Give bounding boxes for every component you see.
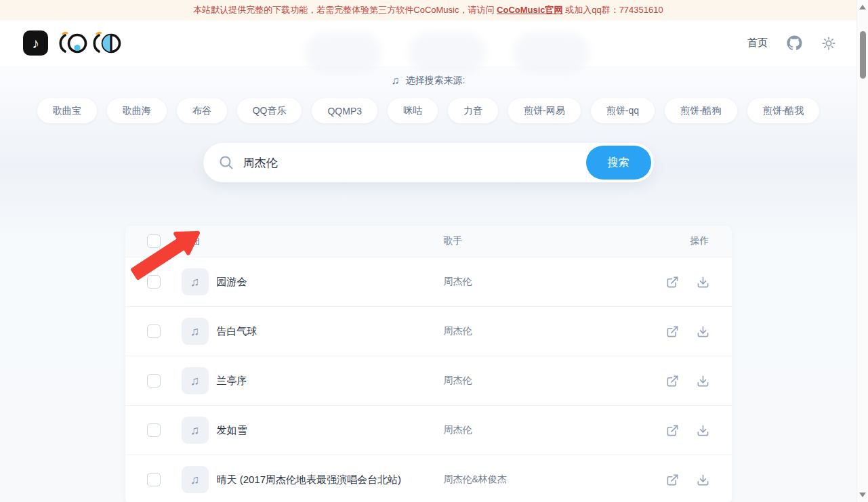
search-input[interactable]	[243, 156, 586, 169]
source-pill-jianbing-wangyi[interactable]: 煎饼-网易	[508, 98, 581, 123]
table-row: ♫ 园游会 周杰伦	[125, 257, 732, 306]
external-link-icon[interactable]	[666, 276, 679, 289]
song-artist: 周杰伦	[444, 375, 647, 387]
column-header-artist: 歌手	[444, 235, 647, 247]
logo-music-note-icon[interactable]: ♪	[23, 30, 48, 56]
download-icon[interactable]	[697, 424, 709, 437]
download-icon[interactable]	[697, 375, 709, 388]
logo-note-glyph: ♪	[32, 35, 39, 51]
column-header-actions: 操作	[647, 235, 709, 247]
table-row: ♫ 发如雪 周杰伦	[125, 405, 732, 455]
table-header-row: 歌曲 歌手 操作	[125, 226, 732, 257]
source-pills: 歌曲宝 歌曲海 布谷 QQ音乐 QQMP3 咪咕 力音 煎饼-网易 煎饼-qq …	[0, 98, 856, 123]
song-artist: 周杰伦	[444, 325, 647, 337]
source-label: 选择搜索来源:	[406, 75, 466, 87]
scrollbar-up-arrow-icon[interactable]	[859, 5, 866, 9]
external-link-icon[interactable]	[666, 375, 679, 388]
cocomusic-site-link[interactable]: CoCoMusic官网	[497, 4, 563, 16]
results-table: 歌曲 歌手 操作 ♫ 园游会 周杰伦 ♫ 告	[125, 226, 732, 502]
theme-sun-icon[interactable]	[821, 36, 836, 51]
viewport: 本站默认提供完整的下载功能，若需完整体验第三方软件CoCoMusic，请访问 C…	[0, 0, 856, 502]
table-row: ♫ 晴天 (2017周杰伦地表最强演唱会台北站) 周杰伦&林俊杰	[125, 455, 732, 502]
song-title: 兰亭序	[217, 375, 444, 388]
song-artist: 周杰伦	[444, 276, 647, 288]
source-pill-jianbing-qq[interactable]: 煎饼-qq	[591, 98, 655, 123]
app-window: 本站默认提供完整的下载功能，若需完整体验第三方软件CoCoMusic，请访问 C…	[0, 0, 868, 502]
source-pill-jianbing-kugou[interactable]: 煎饼-酷狗	[665, 98, 737, 123]
row-actions	[647, 424, 709, 437]
source-pill-jianbing-kuwo[interactable]: 煎饼-酷我	[747, 98, 820, 123]
select-all-checkbox[interactable]	[147, 234, 161, 248]
row-actions	[647, 375, 709, 388]
github-icon[interactable]	[787, 35, 802, 51]
song-note-icon: ♫	[182, 367, 209, 394]
row-checkbox[interactable]	[147, 374, 161, 388]
search-button[interactable]: 搜索	[586, 146, 651, 180]
row-actions	[647, 325, 709, 338]
row-checkbox[interactable]	[147, 325, 161, 338]
song-title: 告白气球	[217, 325, 444, 338]
song-artist: 周杰伦&林俊杰	[444, 474, 647, 486]
song-note-icon: ♫	[182, 268, 209, 295]
music-note-icon: ♫	[392, 75, 400, 87]
header: ♪ 首页	[0, 20, 856, 66]
song-note-icon: ♫	[182, 417, 209, 444]
column-header-song: 歌曲	[182, 235, 444, 247]
source-pill-bugu[interactable]: 布谷	[177, 98, 227, 123]
song-title: 晴天 (2017周杰伦地表最强演唱会台北站)	[217, 474, 444, 486]
external-link-icon[interactable]	[666, 474, 679, 486]
notice-text-before: 本站默认提供完整的下载功能，若需完整体验第三方软件CoCoMusic，请访问	[193, 4, 497, 16]
source-pill-qqmp3[interactable]: QQMP3	[312, 98, 377, 123]
scrollbar-thumb[interactable]	[860, 31, 866, 79]
source-pill-migu[interactable]: 咪咕	[388, 98, 438, 123]
song-title: 发如雪	[217, 424, 444, 437]
song-artist: 周杰伦	[444, 424, 647, 436]
search-icon	[219, 155, 234, 170]
main-content: ♫ 选择搜索来源: 歌曲宝 歌曲海 布谷 QQ音乐 QQMP3 咪咕 力音 煎饼…	[0, 66, 856, 502]
download-icon[interactable]	[697, 474, 709, 486]
coco-wordmark-icon[interactable]	[56, 31, 126, 56]
song-note-icon: ♫	[182, 318, 209, 345]
scrollbar[interactable]	[856, 0, 868, 502]
source-pill-gequbao[interactable]: 歌曲宝	[37, 98, 97, 123]
row-checkbox[interactable]	[147, 275, 161, 289]
notice-text-after: 或加入qq群：774351610	[563, 4, 663, 16]
song-note-icon: ♫	[182, 466, 209, 493]
row-checkbox[interactable]	[147, 423, 161, 437]
download-icon[interactable]	[697, 276, 709, 289]
source-pill-qq-music[interactable]: QQ音乐	[237, 98, 302, 123]
header-nav: 首页	[747, 35, 836, 51]
source-pill-liyin[interactable]: 力音	[448, 98, 498, 123]
table-row: ♫ 告白气球 周杰伦	[125, 306, 732, 356]
source-label-row: ♫ 选择搜索来源:	[0, 66, 856, 87]
row-actions	[647, 276, 709, 289]
scrollbar-down-arrow-icon[interactable]	[859, 493, 866, 497]
nav-home-link[interactable]: 首页	[747, 37, 768, 49]
external-link-icon[interactable]	[666, 325, 679, 338]
search-bar: 搜索	[203, 143, 654, 182]
download-icon[interactable]	[697, 325, 709, 338]
notice-banner: 本站默认提供完整的下载功能，若需完整体验第三方软件CoCoMusic，请访问 C…	[0, 0, 856, 20]
table-row: ♫ 兰亭序 周杰伦	[125, 356, 732, 405]
source-pill-gequhai[interactable]: 歌曲海	[107, 98, 167, 123]
external-link-icon[interactable]	[666, 424, 679, 437]
row-checkbox[interactable]	[147, 473, 161, 486]
song-title: 园游会	[217, 276, 444, 289]
row-actions	[647, 474, 709, 486]
